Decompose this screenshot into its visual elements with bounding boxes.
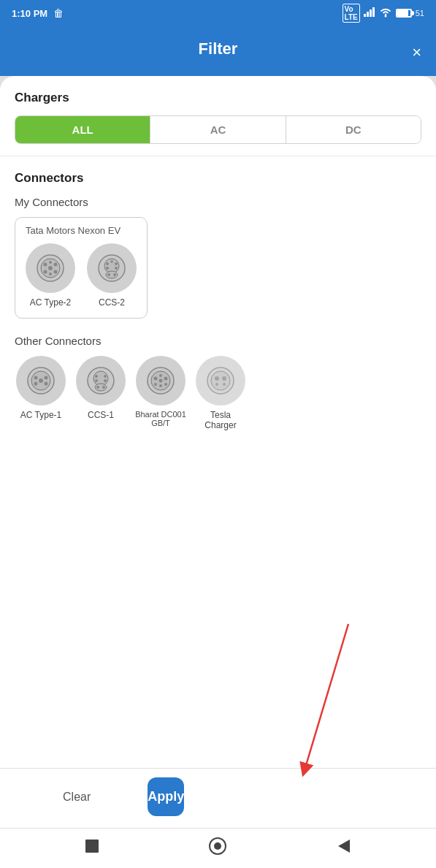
svg-point-34 [104, 375, 107, 378]
svg-point-45 [164, 383, 167, 386]
svg-point-30 [39, 378, 43, 383]
connectors-section: Connectors My Connectors Tata Motors Nex… [0, 156, 436, 768]
signal-icon [364, 7, 375, 19]
svg-point-17 [115, 262, 118, 265]
svg-point-12 [49, 273, 52, 275]
bottom-bar: Clear Apply [0, 768, 436, 828]
connector-circle-tesla [196, 356, 245, 406]
svg-rect-56 [85, 840, 99, 853]
svg-point-26 [34, 376, 38, 380]
connector-circle-ac-type2 [26, 243, 75, 293]
nav-bar [0, 828, 436, 868]
svg-point-23 [113, 273, 116, 276]
svg-point-20 [110, 260, 113, 263]
connector-circle-ac-type1 [16, 356, 66, 406]
connector-label-ac-type2: AC Type-2 [30, 297, 71, 308]
charger-tabs: ALL AC DC [15, 115, 421, 144]
status-time: 1:10 PM [12, 8, 47, 19]
svg-point-35 [95, 379, 98, 382]
my-connectors-grid: AC Type-2 [26, 243, 137, 308]
battery-icon [396, 9, 412, 18]
svg-point-53 [215, 383, 218, 386]
svg-point-33 [95, 375, 98, 378]
my-connectors-box: Tata Motors Nexon EV [15, 217, 148, 319]
my-connectors-label: My Connectors [15, 196, 421, 208]
svg-rect-0 [364, 14, 366, 17]
svg-point-44 [154, 383, 157, 386]
connector-bharat-dc001[interactable]: Bharat DC001 GB/T [134, 356, 187, 430]
svg-point-4 [384, 15, 386, 17]
svg-point-36 [104, 379, 107, 382]
lte-icon: VoLTE [343, 4, 360, 23]
svg-point-38 [96, 386, 99, 389]
svg-point-27 [45, 376, 48, 380]
header-title: Filter [199, 39, 238, 58]
main-content: Chargers ALL AC DC Connectors My Connect… [0, 76, 436, 828]
svg-point-52 [222, 376, 226, 381]
svg-point-47 [159, 384, 162, 387]
tab-ac[interactable]: AC [150, 116, 286, 143]
svg-point-19 [115, 267, 118, 270]
filter-header: Filter × [0, 26, 436, 76]
connector-label-bharat: Bharat DC001 GB/T [134, 410, 187, 427]
connector-label-ccs1: CCS-1 [88, 410, 114, 420]
svg-rect-1 [367, 12, 369, 17]
clear-button[interactable]: Clear [15, 780, 139, 814]
svg-marker-59 [338, 840, 350, 853]
apply-button[interactable]: Apply [148, 777, 184, 816]
wifi-icon [379, 7, 392, 20]
svg-point-50 [211, 371, 230, 390]
svg-point-10 [54, 270, 58, 274]
my-connectors-box-label: Tata Motors Nexon EV [26, 225, 137, 236]
connector-label-ccs2: CCS-2 [99, 297, 125, 308]
other-connectors-row: AC Type-1 CCS- [15, 356, 421, 430]
svg-point-39 [102, 386, 105, 389]
tab-dc[interactable]: DC [286, 116, 421, 143]
svg-point-54 [223, 383, 226, 386]
battery-level: 51 [416, 9, 424, 18]
svg-point-28 [34, 382, 38, 386]
svg-point-8 [54, 263, 58, 267]
status-bar: 1:10 PM 🗑 VoLTE 51 [0, 0, 436, 26]
connector-circle-bharat-dc001 [136, 356, 186, 406]
svg-point-18 [106, 267, 109, 270]
close-button[interactable]: × [412, 42, 421, 61]
connector-label-ac-type1: AC Type-1 [20, 410, 61, 420]
svg-point-58 [214, 842, 221, 850]
status-icons: VoLTE 51 [343, 4, 424, 23]
chargers-section: Chargers ALL AC DC [0, 76, 436, 156]
connector-label-tesla: Tesla Charger [194, 410, 247, 430]
nav-home-button[interactable] [207, 836, 228, 856]
tab-all[interactable]: ALL [15, 116, 150, 143]
svg-rect-3 [372, 7, 375, 17]
svg-point-29 [45, 382, 48, 386]
svg-point-16 [106, 262, 109, 265]
connector-circle-ccs2 [87, 243, 137, 293]
svg-point-42 [154, 377, 158, 381]
connector-ac-type2[interactable]: AC Type-2 [26, 243, 75, 308]
svg-point-11 [49, 261, 52, 264]
nav-square-button[interactable] [82, 836, 102, 856]
nav-back-button[interactable] [334, 836, 354, 856]
svg-point-46 [159, 374, 162, 377]
connector-ccs2[interactable]: CCS-2 [87, 243, 137, 308]
svg-point-51 [215, 376, 219, 381]
connectors-title: Connectors [15, 171, 421, 186]
chargers-title: Chargers [15, 91, 421, 105]
svg-rect-2 [370, 9, 372, 17]
svg-point-13 [48, 266, 53, 270]
svg-point-43 [164, 377, 168, 381]
svg-point-48 [159, 379, 163, 383]
connector-ccs1[interactable]: CCS-1 [74, 356, 127, 430]
connector-circle-ccs1 [76, 356, 126, 406]
connector-ac-type1[interactable]: AC Type-1 [15, 356, 67, 430]
svg-point-9 [44, 270, 47, 274]
connector-tesla[interactable]: Tesla Charger [194, 356, 247, 430]
svg-point-22 [107, 273, 110, 276]
trash-icon: 🗑 [53, 7, 64, 19]
svg-point-7 [44, 263, 47, 267]
other-connectors-label: Other Connectors [15, 335, 421, 347]
